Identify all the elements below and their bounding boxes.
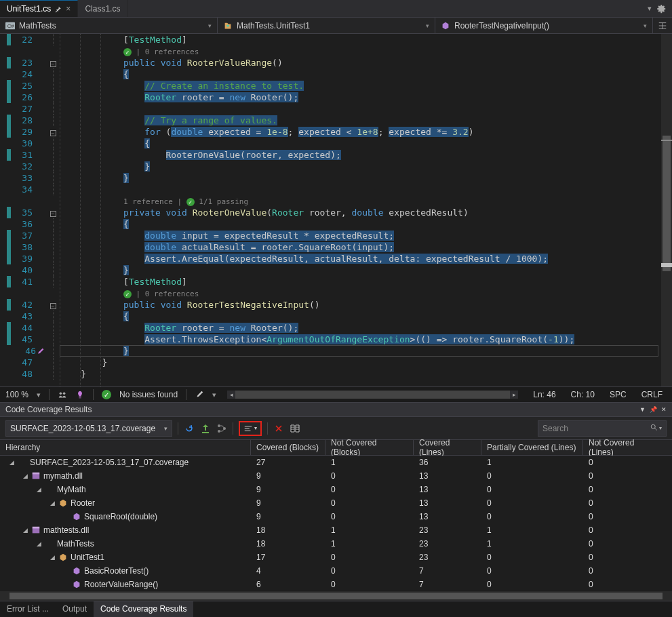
cursor-char[interactable]: Ch: 10 [567,389,599,401]
brush-icon[interactable] [195,390,204,399]
chevron-down-icon: ▾ [208,22,212,29]
editor-tabs: UnitTest1.cs × Class1.cs ▾ [0,0,672,18]
gutter-margin [0,34,7,386]
col-notcovered-lines[interactable]: Not Covered (Lines) [583,440,658,455]
tab-error-list[interactable]: Error List ... [0,601,56,617]
columns-icon[interactable] [290,423,300,434]
issues-text[interactable]: No issues found [119,390,178,399]
merge-icon[interactable] [216,423,227,434]
horizontal-scrollbar[interactable] [0,591,672,601]
tab-label: Class1.cs [85,4,120,14]
fold-column[interactable]: −−−− [46,34,60,386]
col-covered-lines[interactable]: Covered (Lines) [414,440,481,455]
horizontal-scrollbar[interactable]: ◂ ▸ [227,391,518,399]
coverage-header: Hierarchy Covered (Blocks) Not Covered (… [0,440,672,456]
check-icon: ✓ [102,390,111,399]
nav-scope-class[interactable]: MathTests.UnitTest1 ▾ [218,18,435,33]
chevron-down-icon[interactable]: ▾ [212,391,216,399]
line-numbers: 2223242526272829303132333435363738394041… [11,34,46,386]
chevron-down-icon: ▾ [426,22,429,29]
col-notcovered-blocks[interactable]: Not Covered (Blocks) [325,440,414,455]
col-partial-lines[interactable]: Partially Covered (Lines) [481,440,583,455]
pin-icon[interactable]: 📌 [650,406,657,413]
table-row[interactable]: ◢UnitTest11702300 [0,551,672,564]
gear-icon[interactable] [657,4,667,14]
tab-overflow-icon[interactable]: ▾ [648,4,652,13]
table-row[interactable]: RooterValueRange()60700 [0,578,672,591]
chevron-down-icon[interactable]: ▾ [659,425,662,431]
nav-scope-member[interactable]: RooterTestNegativeInput() ▾ [435,18,653,33]
scrollbar-mark [661,263,672,267]
class-icon [223,21,233,31]
code-editor[interactable]: 2223242526272829303132333435363738394041… [0,34,672,386]
code-body[interactable]: [TestMethod] ✓ | 0 references public voi… [60,34,672,386]
scroll-right-icon[interactable]: ▸ [510,391,518,399]
tab-output[interactable]: Output [56,601,94,617]
cursor-line[interactable]: Ln: 46 [529,389,559,401]
split-icon[interactable] [653,18,672,33]
delete-icon[interactable] [273,423,284,434]
vertical-scrollbar[interactable] [661,34,672,386]
dropdown-value: SURFACE_2023-12-05.13_17.coverage [10,424,155,433]
nav-label: RooterTestNegativeInput() [454,21,549,31]
scrollbar-thumb[interactable] [235,391,510,399]
coverage-file-dropdown[interactable]: SURFACE_2023-12-05.13_17.coverage ▾ [5,420,172,437]
indent-mode[interactable]: SPC [606,389,631,401]
search-placeholder: Search [542,424,568,433]
svg-point-3 [63,393,66,395]
line-ending[interactable]: CRLF [637,389,667,401]
scrollbar-thumb[interactable] [9,593,663,599]
scroll-left-icon[interactable]: ◂ [227,391,235,399]
svg-rect-11 [33,527,40,529]
pin-icon[interactable] [55,5,62,12]
col-covered-blocks[interactable]: Covered (Blocks) [251,440,325,455]
tab-label: UnitTest1.cs [7,4,51,14]
close-icon[interactable]: ✕ [661,406,667,413]
table-row[interactable]: SquareRoot(double)901300 [0,510,672,523]
scrollbar-thumb[interactable] [663,136,671,271]
tab-class1[interactable]: Class1.cs [78,0,127,17]
refresh-icon[interactable] [184,423,195,434]
lightbulb-icon[interactable] [75,390,85,399]
table-row[interactable]: BasicRooterTest()40700 [0,564,672,578]
panel-title-text: Code Coverage Results [5,405,92,414]
search-icon[interactable] [650,423,658,433]
svg-point-7 [651,424,655,429]
svg-point-2 [60,393,62,395]
svg-text:C#: C# [7,22,15,28]
coverage-panel: Code Coverage Results ▼ 📌 ✕ SURFACE_2023… [0,402,672,601]
chevron-down-icon: ▾ [254,425,257,431]
close-icon[interactable]: × [66,4,71,14]
col-hierarchy[interactable]: Hierarchy [0,440,251,455]
method-icon [441,21,450,31]
csharp-icon: C# [5,21,15,31]
editor-statusbar: 100 % ▾ ✓ No issues found ▾ ◂ ▸ Ln: 46 C… [0,386,672,402]
coverage-body[interactable]: ◢SURFACE_2023-12-05.13_17_07.coverage271… [0,456,672,601]
panel-titlebar[interactable]: Code Coverage Results ▼ 📌 ✕ [0,402,672,417]
highlighted-toolbar-button[interactable]: ▾ [239,421,262,436]
users-icon[interactable] [58,390,67,399]
table-row[interactable]: ◢Rooter901300 [0,496,672,510]
panel-toolbar: SURFACE_2023-12-05.13_17.coverage ▾ ▾ Se… [0,417,672,440]
table-row[interactable]: ◢MathTests1812310 [0,537,672,551]
table-row[interactable]: ◢SURFACE_2023-12-05.13_17_07.coverage271… [0,456,672,469]
chevron-down-icon[interactable]: ▾ [37,391,41,399]
search-input[interactable]: Search ▾ [538,420,667,437]
svg-rect-9 [33,473,40,475]
nav-label: MathTests [19,21,56,31]
tab-code-coverage[interactable]: Code Coverage Results [94,601,193,617]
svg-point-5 [218,430,220,433]
table-row[interactable]: ◢MyMath901300 [0,483,672,496]
import-icon[interactable] [200,423,211,434]
bottom-tabs: Error List ... Output Code Coverage Resu… [0,601,672,617]
dropdown-icon[interactable]: ▼ [639,406,646,413]
svg-point-4 [218,424,220,427]
tab-unittest1[interactable]: UnitTest1.cs × [0,0,78,17]
table-row[interactable]: ◢mymath.dll901300 [0,469,672,483]
table-row[interactable]: ◢mathtests.dll1812310 [0,523,672,537]
zoom-level[interactable]: 100 % [5,390,28,399]
nav-label: MathTests.UnitTest1 [237,21,310,31]
svg-rect-8 [33,474,40,479]
navigation-bar: C# MathTests ▾ MathTests.UnitTest1 ▾ Roo… [0,18,672,34]
nav-scope-project[interactable]: C# MathTests ▾ [0,18,218,33]
